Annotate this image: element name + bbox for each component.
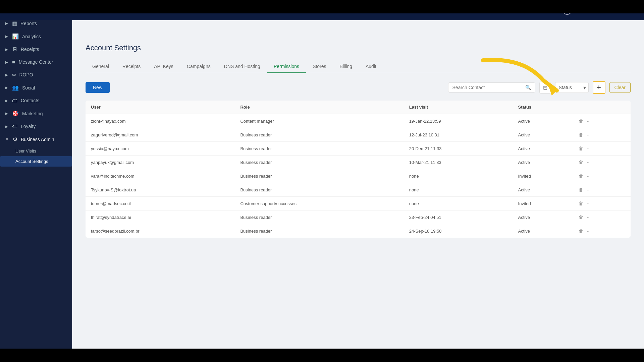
delete-icon[interactable]: 🗑 <box>579 146 583 151</box>
cell-actions: 🗑 ··· <box>573 197 631 210</box>
more-icon[interactable]: ··· <box>587 215 591 220</box>
col-header-user: User <box>86 101 235 114</box>
cell-role: Customer support/successes <box>235 197 404 210</box>
table-row: zionf@nayax.com Content manager 19-Jan-2… <box>86 114 631 128</box>
more-icon[interactable]: ··· <box>587 228 591 234</box>
tab-general[interactable]: General <box>86 60 116 73</box>
ropo-icon: ∞ <box>12 72 16 78</box>
cell-lastvisit: 20-Dec-21,11:33 <box>404 142 513 156</box>
business-admin-icon: ⚙ <box>13 136 17 142</box>
sidebar-sub-account-settings[interactable]: Account Settings <box>0 156 72 167</box>
more-icon[interactable]: ··· <box>587 132 591 137</box>
cell-actions: 🗑 ··· <box>573 128 631 142</box>
sidebar-item-contacts[interactable]: ▶ 🗃 Contacts <box>0 94 72 107</box>
tab-stores[interactable]: Stores <box>306 60 333 73</box>
add-permission-button[interactable]: + <box>593 81 605 94</box>
col-header-actions <box>573 101 631 114</box>
more-icon[interactable]: ··· <box>587 160 591 165</box>
cell-status: Invited <box>513 197 574 210</box>
permissions-table: User Role Last visit Status zionf@nayax.… <box>86 101 631 238</box>
social-icon: 👥 <box>12 84 19 91</box>
delete-icon[interactable]: 🗑 <box>579 160 583 165</box>
cell-status: Active <box>513 128 574 142</box>
tab-permissions[interactable]: Permissions <box>267 60 306 73</box>
cell-actions: 🗑 ··· <box>573 169 631 183</box>
more-icon[interactable]: ··· <box>587 146 591 151</box>
table-row: yanpayuk@gmail.com Business reader 10-Ma… <box>86 156 631 169</box>
expand-icon: ▶ <box>5 35 8 38</box>
col-header-status: Status <box>513 101 574 114</box>
cell-role: Business reader <box>235 156 404 169</box>
cell-role: Business reader <box>235 169 404 183</box>
cell-lastvisit: none <box>404 183 513 197</box>
search-contact-input[interactable] <box>452 85 523 90</box>
cell-user: Tsykunov-S@foxtrot.ua <box>86 183 235 197</box>
tab-receipts[interactable]: Receipts <box>116 60 147 73</box>
sidebar-item-business-admin[interactable]: ▼ ⚙ Business Admin <box>0 133 72 146</box>
cell-status: Active <box>513 210 574 224</box>
sidebar-item-ropo[interactable]: ▶ ∞ ROPO <box>0 68 72 81</box>
sidebar-item-label: Loyalty <box>21 124 36 129</box>
page-title: Account Settings <box>86 44 631 52</box>
tab-audit[interactable]: Audit <box>359 60 383 73</box>
delete-icon[interactable]: 🗑 <box>579 173 583 179</box>
sidebar-item-marketing[interactable]: ▶ 🎯 Marketing <box>0 107 72 120</box>
delete-icon[interactable]: 🗑 <box>579 228 583 234</box>
marketing-icon: 🎯 <box>12 110 19 117</box>
black-bar-bottom <box>0 349 644 362</box>
col-header-role: Role <box>235 101 404 114</box>
status-select[interactable]: Status Active Invited <box>555 82 589 93</box>
sidebar-item-label: Receipts <box>21 47 39 52</box>
black-bar-top <box>0 0 644 13</box>
filter-icon[interactable]: ⊟ <box>539 82 551 94</box>
sidebar-sub-user-visits[interactable]: User Visits <box>0 146 72 156</box>
status-wrapper: Status Active Invited <box>555 82 589 93</box>
receipts-icon: 🖥 <box>12 46 17 52</box>
tab-campaigns[interactable]: Campaigns <box>180 60 217 73</box>
more-icon[interactable]: ··· <box>587 118 591 124</box>
loyalty-icon: 🏷 <box>12 123 17 129</box>
table-row: tomer@madsec.co.il Customer support/succ… <box>86 197 631 210</box>
cell-lastvisit: 19-Jan-22,13:59 <box>404 114 513 128</box>
cell-lastvisit: none <box>404 197 513 210</box>
expand-icon: ▶ <box>5 86 8 89</box>
cell-status: Active <box>513 183 574 197</box>
sidebar-item-receipts[interactable]: ▶ 🖥 Receipts <box>0 43 72 56</box>
tab-billing[interactable]: Billing <box>333 60 359 73</box>
tabs-bar: General Receipts API Keys Campaigns DNS … <box>86 60 631 73</box>
cell-lastvisit: 10-Mar-21,11:33 <box>404 156 513 169</box>
sidebar-item-social[interactable]: ▶ 👥 Social <box>0 81 72 94</box>
delete-icon[interactable]: 🗑 <box>579 187 583 192</box>
cell-actions: 🗑 ··· <box>573 114 631 128</box>
sidebar-item-loyalty[interactable]: ▶ 🏷 Loyalty <box>0 120 72 133</box>
cell-actions: 🗑 ··· <box>573 224 631 238</box>
contacts-icon: 🗃 <box>12 98 17 104</box>
more-icon[interactable]: ··· <box>587 187 591 192</box>
toolbar: New 🔍 ⊟ Status Active Invited + Clear <box>86 81 631 94</box>
more-icon[interactable]: ··· <box>587 173 591 179</box>
search-contact-wrapper: 🔍 <box>448 82 535 93</box>
sidebar-item-message-center[interactable]: ▶ ■ Message Center <box>0 56 72 68</box>
delete-icon[interactable]: 🗑 <box>579 118 583 124</box>
table-row: yossia@nayax.com Business reader 20-Dec-… <box>86 142 631 156</box>
cell-lastvisit: none <box>404 169 513 183</box>
cell-status: Active <box>513 142 574 156</box>
cell-role: Content manager <box>235 114 404 128</box>
delete-icon[interactable]: 🗑 <box>579 132 583 137</box>
sidebar-item-analytics[interactable]: ▶ 📊 Analytics <box>0 30 72 43</box>
more-icon[interactable]: ··· <box>587 201 591 206</box>
tab-api-keys[interactable]: API Keys <box>147 60 180 73</box>
sidebar-item-label: Message Center <box>19 59 53 65</box>
tab-dns-hosting[interactable]: DNS and Hosting <box>217 60 267 73</box>
analytics-icon: 📊 <box>12 33 19 40</box>
new-button[interactable]: New <box>86 82 110 93</box>
clear-button[interactable]: Clear <box>609 82 631 93</box>
cell-role: Business reader <box>235 224 404 238</box>
sidebar-item-label: ROPO <box>19 72 33 77</box>
sidebar-item-label: Marketing <box>22 111 43 116</box>
expand-icon: ▶ <box>5 112 8 115</box>
delete-icon[interactable]: 🗑 <box>579 215 583 220</box>
cell-lastvisit: 24-Sep-18,19:58 <box>404 224 513 238</box>
delete-icon[interactable]: 🗑 <box>579 201 583 206</box>
cell-user: tomer@madsec.co.il <box>86 197 235 210</box>
